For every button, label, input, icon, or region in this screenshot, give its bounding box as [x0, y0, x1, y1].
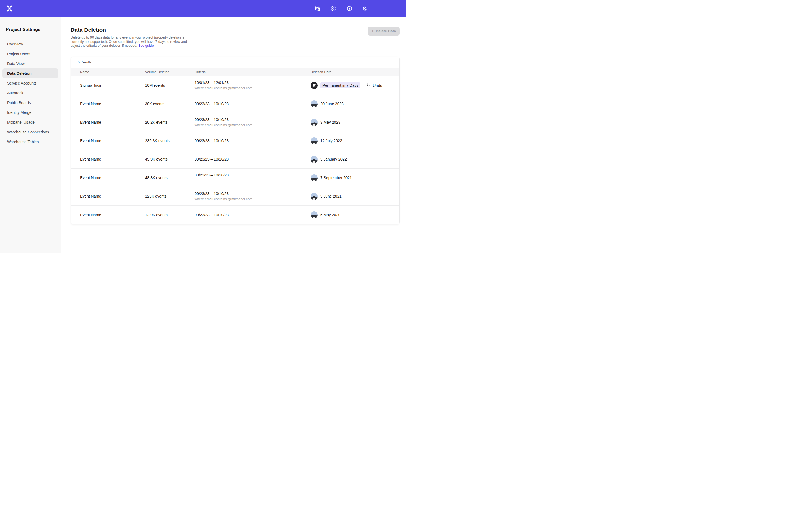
table-row: Event Name20.2K events09/23/23 – 10/10/2…	[71, 113, 399, 132]
event-name-cell: Event Name	[80, 138, 145, 143]
sidebar-item-label: Warehouse Connections	[7, 130, 49, 134]
user-avatar	[311, 119, 318, 126]
sidebar-item-label: Mixpanel Usage	[7, 120, 35, 124]
deletion-date-cell: 20 June 2023	[311, 100, 399, 108]
deletion-date-text: 12 July 2022	[320, 138, 342, 143]
user-avatar	[311, 193, 318, 200]
volume-deleted-cell: 48.3K events	[145, 176, 195, 180]
user-avatar	[311, 82, 318, 89]
page-title: Data Deletion	[70, 27, 400, 33]
sidebar-item-public-boards[interactable]: Public Boards	[2, 98, 58, 108]
table-row: Event Name12.9K events09/23/23 – 10/10/2…	[71, 206, 399, 224]
settings-gear-icon[interactable]	[362, 6, 368, 11]
sidebar-item-label: Identity Merge	[7, 110, 32, 115]
user-avatar	[311, 174, 318, 181]
sidebar-item-data-views[interactable]: Data Views	[2, 59, 58, 68]
volume-deleted-cell: 239.3K events	[145, 138, 195, 143]
deletion-date-cell: 3 May 2023	[311, 119, 399, 126]
event-name-cell: Event Name	[80, 176, 145, 180]
deletion-date-text: 3 June 2021	[320, 194, 342, 198]
event-name-cell: Event Name	[80, 194, 145, 198]
table-row: Event Name48.3K events09/23/23 – 10/10/2…	[71, 169, 399, 187]
plus-icon: +	[371, 29, 374, 33]
volume-deleted-cell: 10M events	[145, 83, 195, 88]
data-management-icon[interactable]	[315, 6, 321, 11]
deletion-date-text: 3 January 2022	[320, 157, 347, 161]
volume-deleted-cell: 123K events	[145, 194, 195, 198]
criteria-cell: 09/23/23 – 10/10/23	[195, 213, 311, 217]
column-header-deletion-date: Deletion Date	[311, 70, 399, 74]
table-row: Event Name49.9K events09/23/23 – 10/10/2…	[71, 150, 399, 169]
table-row: Event Name30K events09/23/23 – 10/10/232…	[71, 95, 399, 113]
column-header-name: Name	[80, 70, 145, 74]
main-content: Data Deletion Delete up to 90 days data …	[61, 17, 406, 253]
deletion-date-text: 3 May 2023	[320, 120, 341, 124]
sidebar-item-label: Public Boards	[7, 101, 31, 105]
volume-deleted-cell: 12.9K events	[145, 213, 195, 217]
undo-button[interactable]: Undo	[366, 83, 382, 88]
results-count: 5 Results	[71, 57, 399, 68]
sidebar-item-label: Warehouse Tables	[7, 140, 39, 144]
sidebar: Project Settings OverviewProject UsersDa…	[0, 17, 61, 253]
deletion-date-cell: 7 September 2021	[311, 174, 399, 181]
sidebar-item-label: Service Accounts	[7, 81, 37, 85]
sidebar-item-label: Overview	[7, 42, 23, 46]
undo-label: Undo	[373, 83, 382, 88]
criteria-where-clause: where email contains @mixpanel.com	[195, 197, 311, 201]
mixpanel-logo-icon[interactable]	[7, 5, 12, 12]
event-name-cell: Event Name	[80, 157, 145, 161]
user-avatar	[311, 137, 318, 145]
deletion-date-text: 5 May 2020	[320, 213, 341, 217]
volume-deleted-cell: 30K events	[145, 102, 195, 106]
see-guide-link[interactable]: See guide	[138, 44, 154, 48]
criteria-cell: 09/23/23 – 10/10/23	[195, 173, 311, 182]
table-row: Event Name123K events09/23/23 – 10/10/23…	[71, 187, 399, 206]
sidebar-item-service-accounts[interactable]: Service Accounts	[2, 78, 58, 88]
table-header-row: Name Volume Deleted Criteria Deletion Da…	[71, 68, 399, 76]
table-row: Signup_login10M events10/01/23 – 12/01/2…	[71, 76, 399, 95]
deletion-date-cell: 5 May 2020	[311, 211, 399, 218]
user-avatar	[311, 100, 318, 108]
criteria-where-clause: where email contains @mixpanel.com	[195, 123, 311, 127]
criteria-date-range: 09/23/23 – 10/10/23	[195, 157, 311, 161]
criteria-date-range: 09/23/23 – 10/10/23	[195, 117, 311, 122]
deletion-date-text: 7 September 2021	[320, 176, 352, 180]
criteria-date-range: 09/23/23 – 10/10/23	[195, 102, 311, 106]
deletion-date-cell: 12 July 2022	[311, 137, 399, 145]
help-icon[interactable]	[347, 6, 352, 11]
event-name-cell: Event Name	[80, 102, 145, 106]
sidebar-item-mixpanel-usage[interactable]: Mixpanel Usage	[2, 117, 58, 127]
deletion-date-cell: 3 January 2022	[311, 156, 399, 163]
user-avatar	[311, 156, 318, 163]
delete-data-button[interactable]: + Delete Data	[368, 27, 400, 36]
column-header-volume-deleted: Volume Deleted	[145, 70, 195, 74]
sidebar-item-warehouse-tables[interactable]: Warehouse Tables	[2, 137, 58, 147]
criteria-date-range: 09/23/23 – 10/10/23	[195, 191, 311, 196]
criteria-cell: 09/23/23 – 10/10/23	[195, 138, 311, 143]
sidebar-item-overview[interactable]: Overview	[2, 39, 58, 49]
criteria-date-range: 09/23/23 – 10/10/23	[195, 173, 311, 177]
user-avatar	[311, 211, 318, 218]
sidebar-item-label: Autotrack	[7, 91, 23, 95]
criteria-date-range: 09/23/23 – 10/10/23	[195, 213, 311, 217]
top-navigation-bar	[0, 0, 406, 17]
deletion-date-cell: 3 June 2021	[311, 193, 399, 200]
criteria-cell: 09/23/23 – 10/10/23where email contains …	[195, 117, 311, 127]
sidebar-item-label: Data Deletion	[7, 71, 32, 75]
deletion-date-cell: Permanent in 7 DaysUndo	[311, 82, 399, 89]
criteria-cell: 09/23/23 – 10/10/23	[195, 102, 311, 106]
undo-icon	[366, 83, 370, 88]
topbar-icon-group	[315, 6, 368, 11]
criteria-where-clause: where email contains @mixpanel.com	[195, 86, 311, 90]
sidebar-item-warehouse-connections[interactable]: Warehouse Connections	[2, 127, 58, 137]
event-name-cell: Event Name	[80, 213, 145, 217]
sidebar-item-autotrack[interactable]: Autotrack	[2, 88, 58, 98]
apps-grid-icon[interactable]	[331, 6, 337, 11]
sidebar-item-identity-merge[interactable]: Identity Merge	[2, 108, 58, 117]
sidebar-item-project-users[interactable]: Project Users	[2, 49, 58, 59]
volume-deleted-cell: 49.9K events	[145, 157, 195, 161]
page-description-text: Delete up to 90 days data for any event …	[70, 36, 187, 48]
sidebar-item-data-deletion[interactable]: Data Deletion	[2, 68, 58, 78]
deletion-date-text: 20 June 2023	[320, 102, 344, 106]
criteria-date-range: 09/23/23 – 10/10/23	[195, 138, 311, 143]
